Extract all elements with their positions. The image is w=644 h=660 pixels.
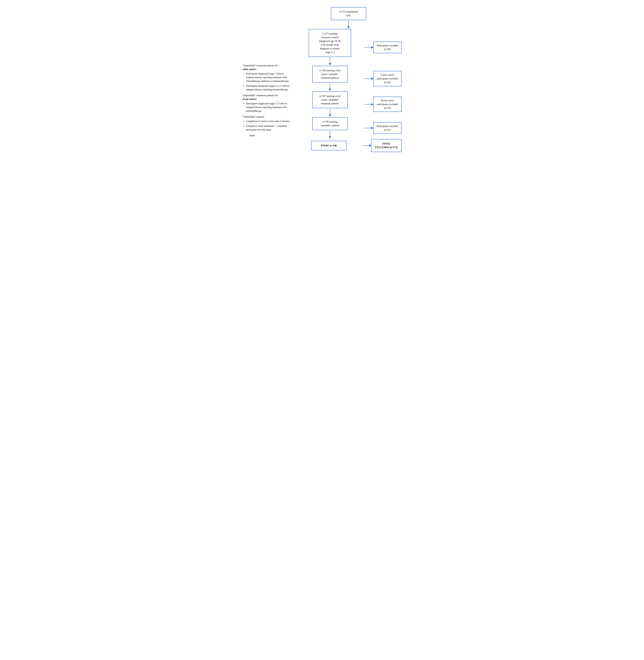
box4: n=207 meeting rectal cancer "probable" t… <box>312 91 348 108</box>
flowchart-area: n=371 respondents total n=272 meeting in… <box>296 7 401 152</box>
left-panel: "Improbable" treatment patterns for colo… <box>243 7 296 137</box>
row-2: n=272 meeting inclusion criteria (diagno… <box>296 29 401 66</box>
improbable-bullet-1: Completion of survey in less than 5 minu… <box>246 119 292 123</box>
row-4: n=207 meeting rectal cancer "probable" t… <box>296 91 401 117</box>
total-excluded-box: TOTAL EXCLUDED (n=175) <box>371 139 401 152</box>
box2: n=272 meeting inclusion criteria (diagno… <box>309 29 351 57</box>
arrow-right-5 <box>362 146 371 146</box>
colon-bullet-2: Participants diagnosed stages 2 or 3 wit… <box>246 84 292 91</box>
box2-col: n=272 meeting inclusion criteria (diagno… <box>296 29 364 66</box>
rectal-bullets-list: Participants diagnosed stages 1-3 with n… <box>246 102 292 113</box>
box1-col: n=371 respondents total <box>331 7 366 29</box>
arrow-down-3 <box>329 83 331 91</box>
box1: n=371 respondents total <box>331 7 366 20</box>
box4-col: n=207 meeting rectal cancer "probable" t… <box>296 91 364 117</box>
arrow-down-4 <box>329 108 331 117</box>
excl-box-2: Colon cancer participants excluded (n=42… <box>373 71 401 86</box>
arrow-down-2 <box>329 57 331 66</box>
row-3: n=230 meeting colon cancer "probable" tr… <box>296 66 401 91</box>
box3-col: n=230 meeting colon cancer "probable" tr… <box>296 66 364 91</box>
right-connector-5: TOTAL EXCLUDED (n=175) <box>362 139 401 152</box>
right-connector-3: Rectal cancer participants excluded (n=2… <box>364 96 401 112</box>
arrow-right-4 <box>364 128 373 128</box>
final-col: FINAL n=196 <box>296 141 362 151</box>
page-container: "Improbable" treatment patterns for colo… <box>243 7 401 152</box>
row-5: n=196 meeting "probable" patterns Partic… <box>296 117 401 139</box>
box5-col: n=196 meeting "probable" patterns <box>296 117 364 139</box>
box5: n=196 meeting "probable" patterns <box>312 117 348 130</box>
excl-box-4: Participants excluded (n=22) <box>373 122 401 134</box>
box3: n=230 meeting colon cancer "probable" tr… <box>312 66 348 83</box>
arrow-right-3 <box>364 104 373 105</box>
arrow-down-5 <box>329 130 331 139</box>
arrow-right-2 <box>364 79 373 79</box>
right-connector-1: Participants excluded (n=99) <box>364 42 401 53</box>
right-connector-4: Participants excluded (n=22) <box>364 122 401 134</box>
colon-bullet-1: Participants diagnosed stage 1 with no r… <box>246 72 292 83</box>
excl-box-1: Participants excluded (n=99) <box>373 42 401 53</box>
right-connector-2: Colon cancer participants excluded (n=42… <box>364 71 401 86</box>
arrow-down-1 <box>347 20 350 29</box>
improbable-bullets-list: Completion of survey in less than 5 minu… <box>246 119 292 132</box>
arrow-right-1 <box>364 47 373 48</box>
rectal-title: "Improbable" treatment patterns for rect… <box>243 93 292 101</box>
improbable-bullet-2: Emergency room utilization > 2 standard … <box>246 124 292 132</box>
final-box: FINAL n=196 <box>311 141 347 151</box>
improbable-title: "Improbable" patterns <box>243 115 292 119</box>
rectal-bullet-1: Participants diagnosed stages 1-3 with n… <box>246 102 292 113</box>
colon-title: "Improbable" treatment patterns for colo… <box>243 64 292 71</box>
mean-label: mean <box>250 134 292 137</box>
final-row: FINAL n=196 TOTAL EXCLUDED (n=175) <box>296 139 401 152</box>
excl-box-3: Rectal cancer participants excluded (n=2… <box>373 96 401 112</box>
colon-bullets-list: Participants diagnosed stage 1 with no r… <box>246 72 292 91</box>
